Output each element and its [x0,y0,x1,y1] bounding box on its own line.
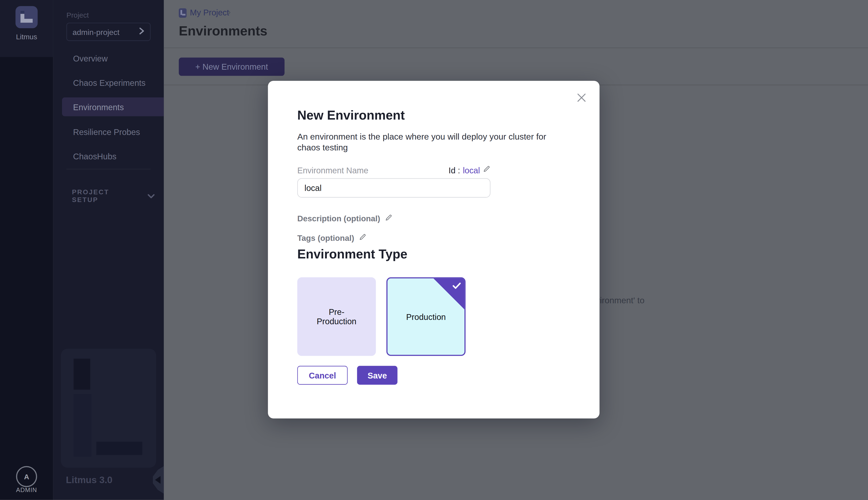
avatar-initial: A [24,473,29,481]
sidebar-item-label: Resilience Probes [73,127,140,136]
sidebar-item-label: Chaos Experiments [73,78,146,87]
litmus-logo-icon[interactable] [15,6,38,28]
chevron-right-icon [139,27,145,37]
environment-id: Id : local [448,165,490,175]
brand-label: Litmus [0,33,53,41]
cancel-button[interactable]: Cancel [297,366,348,385]
breadcrumb-chevron-icon: › [228,7,231,16]
sidebar-item-chaoshubs[interactable]: ChaosHubs [53,147,164,166]
watermark-shape [73,394,91,457]
breadcrumb[interactable]: My Project [190,8,229,17]
close-icon[interactable] [574,90,589,105]
project-label: Project [67,11,89,19]
description-optional-toggle[interactable]: Description (optional) [297,214,392,224]
triangle-left-icon [155,476,161,484]
tags-optional-toggle[interactable]: Tags (optional) [297,233,366,243]
project-selector-value: admin-project [72,27,119,36]
project-selector[interactable]: admin-project [67,23,151,41]
breadcrumb-project-icon [179,8,187,18]
chevron-down-icon [147,191,155,201]
modal-title: New Environment [297,108,405,123]
logo-shape [21,11,24,14]
environment-name-label: Environment Name [297,165,368,174]
project-setup-toggle[interactable]: PROJECT SETUP [72,188,155,204]
modal-description: An environment is the place where you wi… [297,131,565,153]
logo-shape [180,10,182,15]
edit-pencil-icon[interactable] [385,214,392,224]
litmus-watermark [61,349,156,468]
tags-optional-label: Tags (optional) [297,234,354,242]
edit-pencil-icon[interactable] [358,233,366,243]
sidebar-item-label: Environments [73,102,124,112]
type-card-label: Pre-Production [316,307,357,326]
environment-name-input[interactable] [297,178,490,197]
description-optional-label: Description (optional) [297,214,380,223]
type-card-production[interactable]: Production [387,277,466,356]
watermark-shape [73,359,90,390]
save-button[interactable]: Save [357,366,398,385]
check-icon [452,282,461,289]
sidebar-item-chaos-experiments[interactable]: Chaos Experiments [53,73,164,92]
logo-shape [182,14,185,15]
avatar[interactable]: A [16,466,37,487]
sidebar-item-label: ChaosHubs [73,151,116,161]
version-label: Litmus 3.0 [66,475,112,486]
id-prefix-label: Id : [448,165,460,174]
sidebar-item-resilience-probes[interactable]: Resilience Probes [53,122,164,141]
environment-type-heading: Environment Type [297,247,408,262]
sidebar-item-label: Overview [73,54,108,63]
mini-sidebar [0,0,53,500]
sidebar-item-environments[interactable]: Environments [62,98,164,116]
new-environment-button[interactable]: + New Environment [179,58,285,76]
sidebar-divider [67,169,151,169]
admin-label: ADMIN [0,487,53,493]
page-title: Environments [179,23,267,38]
sidebar-item-overview[interactable]: Overview [53,49,164,68]
type-card-label: Production [406,312,446,321]
watermark-shape [96,442,142,455]
edit-pencil-icon[interactable] [483,165,490,175]
logo-shape [24,19,33,23]
empty-state-text: vironment' to [595,296,644,305]
id-value: local [463,165,480,174]
project-setup-label: PROJECT SETUP [72,188,133,204]
type-card-pre-production[interactable]: Pre-Production [297,277,376,356]
header-divider [164,47,868,48]
